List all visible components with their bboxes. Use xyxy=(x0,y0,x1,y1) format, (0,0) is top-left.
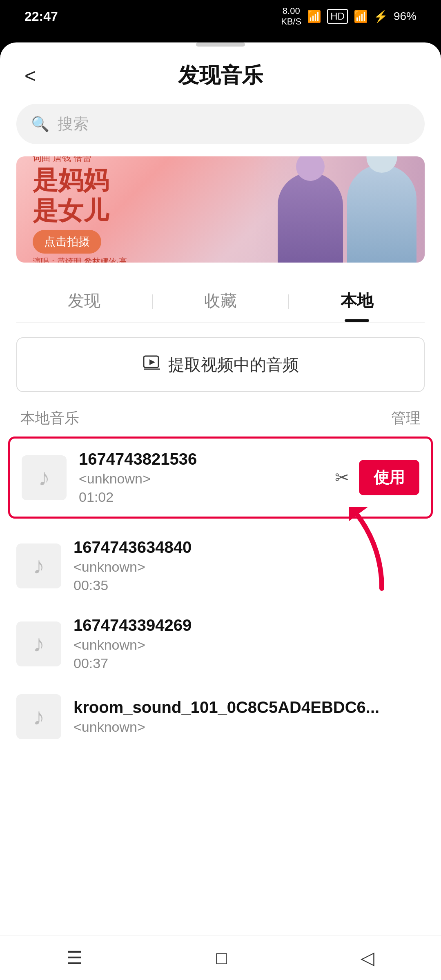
status-bar: 22:47 8.00KB/S 📶 HD 📶 ⚡ 96% xyxy=(0,0,441,33)
music-duration-2: 00:37 xyxy=(74,655,425,671)
battery-icon: ⚡ xyxy=(374,10,388,23)
back-button[interactable]: < xyxy=(24,65,49,87)
use-button-0[interactable]: 使用 xyxy=(359,460,419,495)
tab-favorites[interactable]: 收藏 xyxy=(153,281,288,322)
nav-back-icon[interactable]: ◁ xyxy=(361,947,374,968)
battery-percent: 96% xyxy=(394,10,416,23)
drag-handle[interactable] xyxy=(196,42,245,47)
music-duration-0: 01:02 xyxy=(79,489,323,505)
svg-marker-1 xyxy=(149,359,155,365)
tiktok-logo-3: ♪ xyxy=(33,703,45,731)
music-item-0: ♪ 1674743821536 <unknown> 01:02 ✂ 使用 xyxy=(8,437,433,519)
section-title: 本地音乐 xyxy=(20,408,79,428)
music-item-2: ♪ 1674743394269 <unknown> 00:37 xyxy=(0,605,441,683)
hd-badge: HD xyxy=(327,9,348,24)
signal-icon: 📶 xyxy=(354,10,368,23)
banner-line1: 是妈妈 xyxy=(33,165,127,195)
music-artist-2: <unknown> xyxy=(74,637,425,653)
section-header: 本地音乐 管理 xyxy=(0,404,441,437)
arrow-indicator xyxy=(349,507,398,598)
banner-figures xyxy=(253,156,425,263)
tab-local[interactable]: 本地 xyxy=(289,281,425,322)
tiktok-logo-1: ♪ xyxy=(33,552,45,579)
music-name-3: kroom_sound_101_0C8C5AD4EBDC6... xyxy=(74,698,425,717)
manage-button[interactable]: 管理 xyxy=(391,408,421,428)
main-sheet: < 发现音乐 🔍 搜索 词曲 唐钱 倍蕾 是妈妈 是女儿 点击拍摄 演唱：黄绮珊… xyxy=(0,42,441,980)
status-icons: 8.00KB/S 📶 HD 📶 ⚡ 96% xyxy=(281,6,416,27)
extract-icon xyxy=(142,353,162,376)
person1-figure xyxy=(278,173,343,263)
music-artist-0: <unknown> xyxy=(79,471,323,487)
banner-line2: 是女儿 xyxy=(33,196,127,226)
search-bar[interactable]: 🔍 搜索 xyxy=(16,104,425,144)
music-name-0: 1674743821536 xyxy=(79,450,323,468)
nav-menu-icon[interactable]: ☰ xyxy=(67,947,82,968)
tabs-container: 发现 收藏 本地 xyxy=(16,277,425,323)
search-placeholder: 搜索 xyxy=(58,114,89,134)
music-thumb-2: ♪ xyxy=(16,621,61,666)
search-icon: 🔍 xyxy=(31,116,49,133)
music-info-2: 1674743394269 <unknown> 00:37 xyxy=(74,616,425,671)
music-info-0: 1674743821536 <unknown> 01:02 xyxy=(79,450,323,505)
tiktok-logo-2: ♪ xyxy=(33,630,45,657)
music-actions-0: ✂ 使用 xyxy=(335,460,419,495)
tab-discover[interactable]: 发现 xyxy=(16,281,152,322)
page-title: 发现音乐 xyxy=(49,61,392,90)
extract-audio-button[interactable]: 提取视频中的音频 xyxy=(16,337,425,392)
music-artist-3: <unknown> xyxy=(74,719,425,735)
music-thumb-0: ♪ xyxy=(22,455,67,500)
speed-indicator: 8.00KB/S xyxy=(281,6,301,27)
status-time: 22:47 xyxy=(24,9,58,24)
music-thumb-1: ♪ xyxy=(16,543,61,588)
cut-icon-0[interactable]: ✂ xyxy=(335,468,349,488)
banner-text: 词曲 唐钱 倍蕾 是妈妈 是女儿 点击拍摄 演唱：黄绮珊 希林娜依·高 xyxy=(16,156,143,263)
tiktok-logo-0: ♪ xyxy=(38,464,50,491)
banner-cta-button[interactable]: 点击拍摄 xyxy=(33,230,101,254)
music-thumb-3: ♪ xyxy=(16,694,61,739)
banner-credit: 演唱：黄绮珊 希林娜依·高 xyxy=(33,256,127,263)
music-info-3: kroom_sound_101_0C8C5AD4EBDC6... <unknow… xyxy=(74,698,425,735)
wifi-icon: 📶 xyxy=(307,10,321,23)
music-name-2: 1674743394269 xyxy=(74,616,425,635)
music-item-3: ♪ kroom_sound_101_0C8C5AD4EBDC6... <unkn… xyxy=(0,683,441,751)
header: < 发现音乐 xyxy=(0,47,441,100)
bottom-nav: ☰ □ ◁ xyxy=(0,935,441,980)
person2-figure xyxy=(347,165,416,263)
nav-home-icon[interactable]: □ xyxy=(216,948,227,968)
extract-label: 提取视频中的音频 xyxy=(168,354,299,376)
banner[interactable]: 词曲 唐钱 倍蕾 是妈妈 是女儿 点击拍摄 演唱：黄绮珊 希林娜依·高 xyxy=(16,156,425,263)
banner-song-info: 词曲 唐钱 倍蕾 xyxy=(33,156,127,164)
